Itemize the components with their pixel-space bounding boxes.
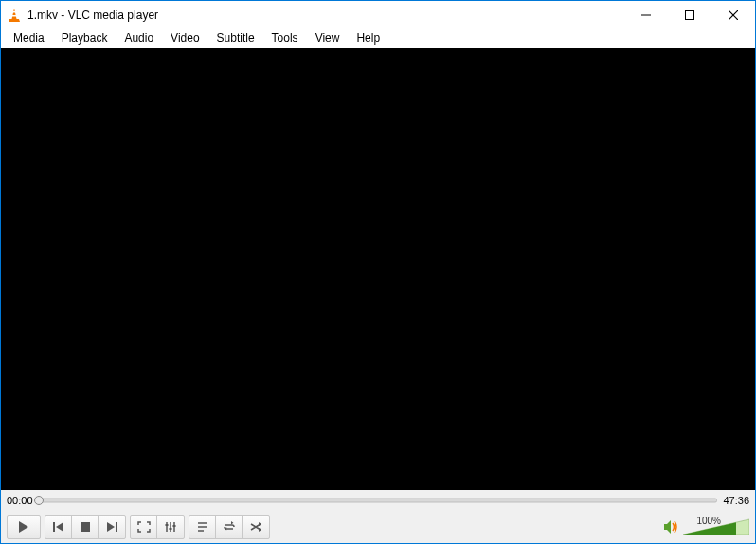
playlist-icon [196, 521, 209, 533]
menu-view[interactable]: View [307, 29, 349, 46]
minimize-button[interactable] [624, 1, 668, 29]
svg-rect-19 [173, 525, 176, 527]
svg-marker-23 [231, 521, 233, 525]
skip-previous-icon [52, 521, 65, 533]
vlc-cone-icon [7, 8, 22, 23]
time-elapsed[interactable]: 00:00 [7, 495, 33, 506]
fullscreen-icon [137, 521, 151, 533]
stop-icon [80, 521, 91, 533]
loop-button[interactable] [216, 516, 243, 538]
volume-slider[interactable] [683, 517, 749, 536]
svg-marker-25 [259, 522, 261, 526]
view-group [130, 515, 185, 539]
menu-help[interactable]: Help [348, 29, 388, 46]
video-area[interactable] [1, 48, 755, 490]
svg-marker-8 [19, 521, 28, 533]
svg-rect-17 [166, 524, 169, 526]
loop-icon [223, 521, 236, 533]
window-title: 1.mkv - VLC media player [27, 9, 158, 22]
menu-subtitle[interactable]: Subtitle [208, 29, 263, 46]
svg-rect-5 [686, 11, 694, 20]
menubar: Media Playback Audio Video Subtitle Tool… [1, 29, 755, 48]
skip-group [45, 515, 126, 539]
svg-marker-10 [56, 522, 63, 532]
seek-row: 00:00 47:36 [1, 490, 755, 511]
close-button[interactable] [711, 1, 755, 29]
svg-rect-11 [81, 522, 90, 532]
play-icon [17, 520, 30, 534]
svg-rect-13 [116, 522, 117, 532]
playlist-group [189, 515, 270, 539]
svg-marker-27 [664, 520, 671, 534]
svg-marker-26 [259, 528, 261, 532]
menu-video[interactable]: Video [162, 29, 207, 46]
play-button[interactable] [7, 515, 41, 539]
extended-settings-button[interactable] [157, 516, 184, 538]
playlist-button[interactable] [189, 516, 216, 538]
menu-playback[interactable]: Playback [53, 29, 117, 46]
seek-slider[interactable] [39, 498, 718, 503]
skip-next-icon [105, 521, 118, 533]
menu-audio[interactable]: Audio [116, 29, 162, 46]
maximize-button[interactable] [668, 1, 711, 29]
menu-media[interactable]: Media [5, 29, 53, 46]
shuffle-button[interactable] [243, 516, 269, 538]
svg-marker-3 [9, 19, 20, 22]
previous-button[interactable] [45, 516, 72, 538]
svg-rect-2 [12, 15, 17, 17]
svg-rect-9 [53, 522, 55, 532]
time-total[interactable]: 47:36 [723, 495, 749, 506]
stop-button[interactable] [72, 516, 99, 538]
speaker-icon[interactable] [662, 518, 679, 535]
svg-rect-18 [170, 528, 172, 530]
fullscreen-button[interactable] [131, 516, 157, 538]
control-bar: 100% [1, 511, 755, 543]
volume-control: 100% [662, 517, 749, 536]
svg-marker-12 [107, 522, 115, 532]
seek-knob[interactable] [34, 496, 44, 505]
svg-rect-1 [12, 11, 16, 13]
shuffle-icon [249, 521, 262, 533]
next-button[interactable] [99, 516, 125, 538]
titlebar: 1.mkv - VLC media player [1, 1, 755, 29]
svg-marker-0 [12, 9, 17, 19]
menu-tools[interactable]: Tools [263, 29, 307, 46]
equalizer-icon [164, 521, 177, 533]
